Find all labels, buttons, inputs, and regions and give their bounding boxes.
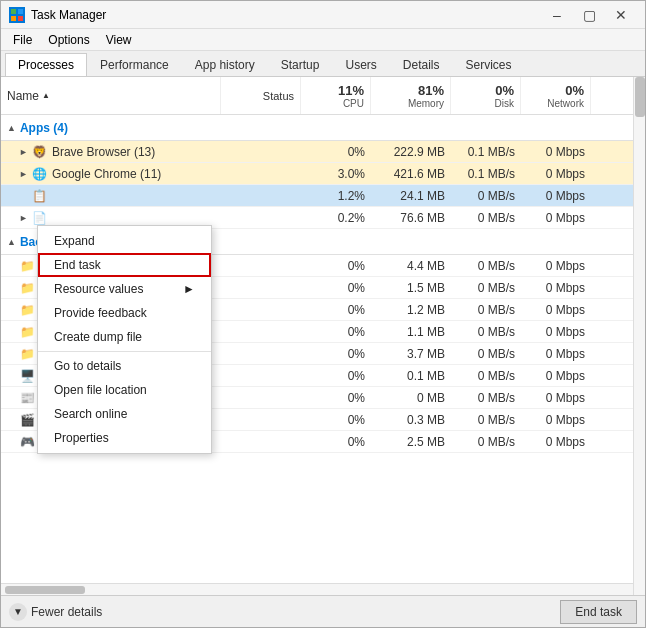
svg-rect-2 [11, 16, 16, 21]
expand-other-icon: ► [19, 213, 28, 223]
col-disk[interactable]: 0% Disk [451, 77, 521, 114]
context-menu: Expand End task Resource values ► Provid… [37, 225, 212, 454]
ctx-go-details[interactable]: Go to details [38, 354, 211, 378]
fewer-details-button[interactable]: ▼ Fewer details [9, 603, 102, 621]
features-icon: 🖥️ [19, 368, 35, 384]
menu-view[interactable]: View [98, 31, 140, 49]
expand-brave-icon: ► [19, 147, 28, 157]
selected-network: 0 Mbps [521, 187, 591, 205]
ctx-search-online[interactable]: Search online [38, 402, 211, 426]
brave-cpu: 0% [301, 143, 371, 161]
ctx-provide-feedback[interactable]: Provide feedback [38, 301, 211, 325]
vertical-scrollbar[interactable] [633, 77, 645, 595]
brave-name[interactable]: ► 🦁 Brave Browser (13) [1, 142, 221, 162]
tab-services[interactable]: Services [453, 53, 525, 76]
title-bar: Task Manager – ▢ ✕ [1, 1, 645, 29]
svg-rect-3 [18, 16, 23, 21]
tab-bar: Processes Performance App history Startu… [1, 51, 645, 77]
menu-bar: File Options View [1, 29, 645, 51]
ctx-expand[interactable]: Expand [38, 229, 211, 253]
other-cpu: 0.2% [301, 209, 371, 227]
brave-memory: 222.9 MB [371, 143, 451, 161]
ctx-create-dump[interactable]: Create dump file [38, 325, 211, 349]
col-memory[interactable]: 81% Memory [371, 77, 451, 114]
other-icon: 📄 [32, 210, 48, 226]
chrome-disk: 0.1 MB/s [451, 165, 521, 183]
selected-cpu: 1.2% [301, 187, 371, 205]
chrome-icon: 🌐 [32, 166, 48, 182]
bg2-icon: 📁 [19, 280, 35, 296]
col-cpu[interactable]: 11% CPU [301, 77, 371, 114]
col-status[interactable]: Status [221, 77, 301, 114]
horizontal-scrollbar[interactable] [1, 583, 645, 595]
other-memory: 76.6 MB [371, 209, 451, 227]
app-icon [9, 7, 25, 23]
tab-app-history[interactable]: App history [182, 53, 268, 76]
column-header: Name ▲ Status 11% CPU 81% Memory [1, 77, 645, 115]
row-brave[interactable]: ► 🦁 Brave Browser (13) 0% 222.9 MB 0.1 M… [1, 141, 645, 163]
chrome-memory: 421.6 MB [371, 165, 451, 183]
apps-group-label[interactable]: ▲ Apps (4) [1, 119, 221, 137]
end-task-button[interactable]: End task [560, 600, 637, 624]
main-content: Name ▲ Status 11% CPU 81% Memory [1, 77, 645, 595]
chrome-name[interactable]: ► 🌐 Google Chrome (11) [1, 164, 221, 184]
feeds-icon: 📰 [19, 390, 35, 406]
ctx-open-file[interactable]: Open file location [38, 378, 211, 402]
selected-name[interactable]: ► 📋 [1, 186, 221, 206]
ctx-properties[interactable]: Properties [38, 426, 211, 450]
svg-rect-1 [18, 9, 23, 14]
other-network: 0 Mbps [521, 209, 591, 227]
sort-arrow-name: ▲ [42, 91, 50, 100]
bg5-icon: 📁 [19, 346, 35, 362]
window-controls: – ▢ ✕ [541, 1, 637, 29]
expand-chrome-icon: ► [19, 169, 28, 179]
scrollbar-thumb[interactable] [635, 77, 645, 117]
tab-performance[interactable]: Performance [87, 53, 182, 76]
films-icon: 🎬 [19, 412, 35, 428]
window-title: Task Manager [31, 8, 541, 22]
tab-users[interactable]: Users [332, 53, 389, 76]
ctx-resource-values[interactable]: Resource values ► [38, 277, 211, 301]
close-button[interactable]: ✕ [605, 1, 637, 29]
svg-rect-0 [11, 9, 16, 14]
bg4-icon: 📁 [19, 324, 35, 340]
tab-processes[interactable]: Processes [5, 53, 87, 76]
col-name[interactable]: Name ▲ [1, 77, 221, 114]
row-chrome[interactable]: ► 🌐 Google Chrome (11) 3.0% 421.6 MB 0.1… [1, 163, 645, 185]
brave-icon: 🦁 [32, 144, 48, 160]
task-manager-window: Task Manager – ▢ ✕ File Options View Pro… [0, 0, 646, 628]
col-network[interactable]: 0% Network [521, 77, 591, 114]
chrome-cpu: 3.0% [301, 165, 371, 183]
minimize-button[interactable]: – [541, 1, 573, 29]
brave-network: 0 Mbps [521, 143, 591, 161]
menu-file[interactable]: File [5, 31, 40, 49]
selected-icon: 📋 [32, 188, 48, 204]
submenu-arrow-icon: ► [183, 282, 195, 296]
row-selected[interactable]: ► 📋 1.2% 24.1 MB 0 MB/s 0 Mbps [1, 185, 645, 207]
bg3-icon: 📁 [19, 302, 35, 318]
expand-bg-icon: ▲ [7, 237, 16, 247]
selected-disk: 0 MB/s [451, 187, 521, 205]
selected-memory: 24.1 MB [371, 187, 451, 205]
chrome-network: 0 Mbps [521, 165, 591, 183]
fewer-details-arrow-icon: ▼ [9, 603, 27, 621]
apps-group-header[interactable]: ▲ Apps (4) [1, 115, 645, 141]
expand-apps-icon: ▲ [7, 123, 16, 133]
menu-options[interactable]: Options [40, 31, 97, 49]
ctx-end-task[interactable]: End task [38, 253, 211, 277]
ctx-separator [38, 351, 211, 352]
bottom-bar: ▼ Fewer details End task [1, 595, 645, 627]
tab-details[interactable]: Details [390, 53, 453, 76]
other-disk: 0 MB/s [451, 209, 521, 227]
brave-disk: 0.1 MB/s [451, 143, 521, 161]
bg1-icon: 📁 [19, 258, 35, 274]
gaming-icon: 🎮 [19, 434, 35, 450]
tab-startup[interactable]: Startup [268, 53, 333, 76]
horiz-scrollbar-thumb[interactable] [5, 586, 85, 594]
maximize-button[interactable]: ▢ [573, 1, 605, 29]
